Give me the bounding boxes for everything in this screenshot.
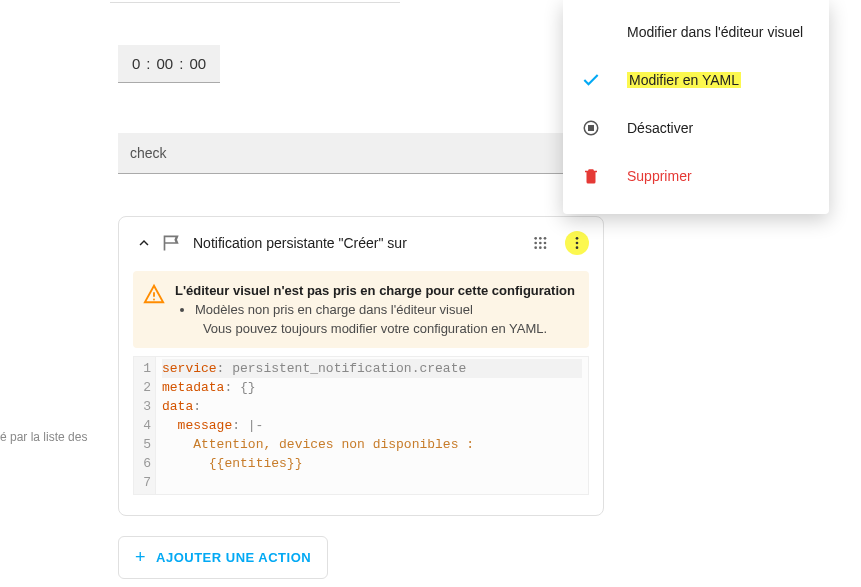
context-menu: Modifier dans l'éditeur visuel Modifier … bbox=[563, 0, 829, 214]
condition-input[interactable]: check bbox=[118, 133, 604, 174]
menu-edit-yaml-label: Modifier en YAML bbox=[627, 72, 741, 88]
card-title: Notification persistante "Créer" sur bbox=[193, 235, 407, 251]
svg-point-11 bbox=[576, 246, 579, 249]
collapse-toggle[interactable] bbox=[133, 232, 155, 254]
menu-edit-visual-label: Modifier dans l'éditeur visuel bbox=[627, 24, 803, 40]
duration-minutes[interactable]: 00 bbox=[157, 55, 174, 72]
menu-disable-label: Désactiver bbox=[627, 120, 693, 136]
trash-icon bbox=[579, 164, 603, 188]
svg-point-8 bbox=[544, 246, 547, 249]
duration-seconds[interactable]: 00 bbox=[189, 55, 206, 72]
menu-delete-label: Supprimer bbox=[627, 168, 692, 184]
add-action-button[interactable]: + AJOUTER UNE ACTION bbox=[118, 536, 328, 579]
code-body[interactable]: service: persistent_notification.createm… bbox=[156, 357, 588, 494]
context-label: é par la liste des bbox=[0, 430, 87, 444]
duration-input[interactable]: 0 : 00 : 00 bbox=[118, 45, 220, 83]
svg-point-10 bbox=[576, 242, 579, 245]
warning-footer: Vous pouvez toujours modifier votre conf… bbox=[175, 321, 575, 336]
blank-icon bbox=[579, 20, 603, 44]
svg-rect-15 bbox=[589, 126, 594, 131]
svg-point-1 bbox=[534, 242, 537, 245]
warning-title: L'éditeur visuel n'est pas pris en charg… bbox=[175, 283, 575, 298]
line-gutter: 1234567 bbox=[134, 357, 156, 494]
check-icon bbox=[579, 68, 603, 92]
warning-bullet: Modèles non pris en charge dans l'éditeu… bbox=[195, 302, 575, 317]
svg-point-4 bbox=[539, 242, 542, 245]
svg-point-13 bbox=[153, 299, 155, 301]
svg-point-5 bbox=[539, 246, 542, 249]
card-menu-button[interactable] bbox=[565, 231, 589, 255]
yaml-editor[interactable]: 1234567 service: persistent_notification… bbox=[133, 356, 589, 495]
svg-point-2 bbox=[534, 246, 537, 249]
add-action-label: AJOUTER UNE ACTION bbox=[156, 550, 311, 565]
notification-icon bbox=[161, 232, 183, 254]
svg-point-3 bbox=[539, 237, 542, 240]
duration-sep: : bbox=[146, 55, 150, 72]
duration-sep: : bbox=[179, 55, 183, 72]
plus-icon: + bbox=[135, 547, 146, 568]
menu-disable[interactable]: Désactiver bbox=[563, 104, 829, 152]
stop-icon bbox=[579, 116, 603, 140]
svg-point-9 bbox=[576, 237, 579, 240]
svg-point-0 bbox=[534, 237, 537, 240]
duration-hours[interactable]: 0 bbox=[132, 55, 140, 72]
menu-edit-visual[interactable]: Modifier dans l'éditeur visuel bbox=[563, 8, 829, 56]
warning-box: L'éditeur visuel n'est pas pris en charg… bbox=[133, 271, 589, 348]
svg-point-6 bbox=[544, 237, 547, 240]
warning-icon bbox=[143, 283, 165, 308]
drag-handle[interactable] bbox=[527, 231, 551, 255]
svg-point-7 bbox=[544, 242, 547, 245]
menu-delete[interactable]: Supprimer bbox=[563, 152, 829, 200]
action-card: Notification persistante "Créer" sur L'é… bbox=[118, 216, 604, 516]
menu-edit-yaml[interactable]: Modifier en YAML bbox=[563, 56, 829, 104]
